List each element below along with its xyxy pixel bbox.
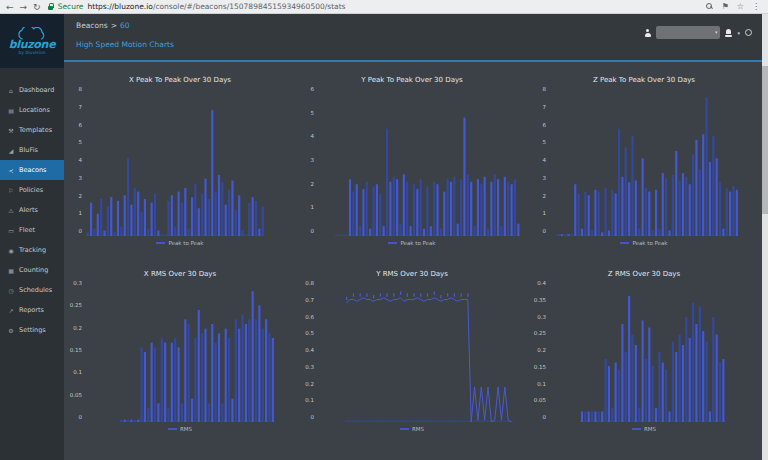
chart-plot-area	[86, 88, 288, 236]
sidebar-item-reports[interactable]: ↗Reports	[0, 300, 64, 320]
chart-legend[interactable]: RMS	[528, 426, 760, 432]
sidebar-item-label: Tracking	[19, 246, 46, 254]
breadcrumb-current[interactable]: 60	[120, 21, 130, 30]
y-tick-label: 5	[311, 110, 315, 116]
y-tick-label: 5	[79, 139, 83, 145]
chevron-down-icon: ▾	[715, 29, 718, 36]
chart-body: 6543210	[296, 88, 528, 236]
y-tick-label: 0.2	[73, 325, 82, 331]
menu-icon[interactable]: ⋮	[752, 0, 760, 14]
back-icon[interactable]: ←	[6, 0, 14, 14]
legend-line-icon	[620, 242, 629, 244]
notifications-bell-icon[interactable]	[725, 29, 732, 37]
y-tick-label: 6	[79, 122, 83, 128]
bell-chevron-icon[interactable]: ▾	[737, 30, 740, 36]
address-bar[interactable]: Secure https://bluzone.io/console/#/beac…	[48, 2, 699, 11]
y-tick-label: 0.8	[305, 280, 314, 286]
chart-title: X RMS Over 30 Days	[64, 270, 296, 278]
sidebar-item-label: Reports	[19, 306, 44, 314]
browser-chrome: ←→↻ Secure https://bluzone.io/console/#/…	[0, 0, 768, 14]
chart-icon: ↗	[7, 307, 15, 314]
refresh-icon[interactable]: ↻	[33, 0, 41, 14]
y-tick-label: 0	[311, 228, 315, 234]
sidebar-item-schedules[interactable]: ◷Schedules	[0, 280, 64, 300]
y-axis-labels: 6543210	[296, 86, 318, 234]
browser-actions: ⚑☆⋮	[706, 0, 762, 14]
marker-icon: ◉	[7, 247, 15, 254]
y-tick-label: 4	[79, 157, 83, 163]
content-area: X Peak To Peak Over 30 Days876543210Peak…	[64, 62, 768, 460]
y-axis-labels: 0.80.70.60.50.40.30.20.10	[296, 280, 318, 420]
scrollbar-thumb[interactable]	[762, 66, 768, 214]
y-tick-label: 0.3	[305, 364, 314, 370]
zoom-search-icon[interactable]	[706, 3, 714, 11]
forward-icon[interactable]: →	[20, 0, 28, 14]
y-tick-label: 0	[543, 228, 547, 234]
url-host: https://bluzone.io	[87, 2, 152, 11]
star-icon[interactable]: ☆	[737, 0, 744, 14]
sidebar-item-locations[interactable]: ▤Locations	[0, 100, 64, 120]
y-tick-label: 0.6	[305, 314, 314, 320]
chart-legend[interactable]: RMS	[64, 426, 296, 432]
chart-legend[interactable]: RMS	[296, 426, 528, 432]
chart-body: 876543210	[528, 88, 760, 236]
chart-title: Y RMS Over 30 Days	[296, 270, 528, 278]
page-title: High Speed Motion Charts	[76, 40, 758, 49]
y-tick-label: 1	[79, 210, 83, 216]
sidebar-item-settings[interactable]: ⚙Settings	[0, 320, 64, 340]
help-icon[interactable]	[745, 29, 752, 36]
sidebar-item-counting[interactable]: ▦Counting	[0, 260, 64, 280]
legend-line-icon	[388, 242, 397, 244]
extension-icon[interactable]: ⚑	[722, 0, 729, 14]
sidebar-item-fleet[interactable]: ▭Fleet	[0, 220, 64, 240]
sidebar-nav: ⌂Dashboard▤Locations⚒Templates◢BluFis≺Be…	[0, 68, 64, 460]
sidebar-item-dashboard[interactable]: ⌂Dashboard	[0, 80, 64, 100]
page-scrollbar[interactable]	[762, 14, 768, 460]
y-tick-label: 0.7	[305, 297, 314, 303]
sidebar-item-beacons[interactable]: ≺Beacons	[0, 160, 64, 180]
sidebar-item-tracking[interactable]: ◉Tracking	[0, 240, 64, 260]
y-axis-labels: 0.30.250.20.150.10.050	[64, 280, 86, 420]
chart-body: 876543210	[64, 88, 296, 236]
share-icon: ≺	[7, 167, 15, 174]
y-tick-label: 2	[543, 193, 547, 199]
sidebar-item-policies[interactable]: ⚐Policies	[0, 180, 64, 200]
chart-title: X Peak To Peak Over 30 Days	[64, 76, 296, 84]
browser-nav-icons: ←→↻	[6, 0, 41, 14]
bell-icon: ⚠	[7, 207, 15, 214]
beacon-selector-dropdown[interactable]: ▾	[656, 26, 720, 39]
url-text[interactable]: https://bluzone.io/console/#/beacons/150…	[87, 2, 345, 11]
sidebar-item-blufis[interactable]: ◢BluFis	[0, 140, 64, 160]
legend-line-icon	[632, 428, 641, 430]
sidebar-item-templates[interactable]: ⚒Templates	[0, 120, 64, 140]
y-tick-label: 0.05	[534, 397, 546, 403]
chart-body: 0.40.350.30.250.20.150.10.050	[528, 282, 760, 422]
legend-label: RMS	[412, 426, 424, 432]
page-header: Beacons>60 High Speed Motion Charts ▾ ▾	[64, 14, 768, 62]
y-tick-label: 0.2	[305, 381, 314, 387]
clock-icon: ◷	[7, 287, 15, 294]
brand-name: bluzone	[9, 40, 56, 50]
breadcrumb-parent[interactable]: Beacons	[76, 21, 108, 30]
chart-body: 0.30.250.20.150.10.050	[64, 282, 296, 422]
y-tick-label: 5	[543, 139, 547, 145]
charts-grid: X Peak To Peak Over 30 Days876543210Peak…	[64, 66, 760, 432]
y-tick-label: 0	[79, 414, 83, 420]
chart-y-peak-to-peak-over-30-days: Y Peak To Peak Over 30 Days6543210Peak t…	[296, 66, 528, 246]
y-tick-label: 3	[543, 175, 547, 181]
gauge-icon: ⌂	[7, 87, 15, 94]
y-tick-label: 0.15	[534, 364, 546, 370]
y-tick-label: 7	[543, 104, 547, 110]
y-tick-label: 0	[311, 414, 315, 420]
y-axis-labels: 876543210	[64, 86, 86, 234]
y-tick-label: 2	[311, 181, 315, 187]
y-axis-labels: 876543210	[528, 86, 550, 234]
sidebar-item-label: Fleet	[19, 226, 35, 234]
padlock-icon	[48, 3, 54, 10]
breadcrumb-separator: >	[111, 21, 117, 30]
sidebar-item-alerts[interactable]: ⚠Alerts	[0, 200, 64, 220]
bluzone-logo[interactable]: bluzone by bluvision	[0, 14, 64, 68]
header-controls: ▾ ▾	[644, 26, 752, 39]
gear-icon: ⚙	[7, 327, 15, 334]
y-tick-label: 3	[79, 175, 83, 181]
